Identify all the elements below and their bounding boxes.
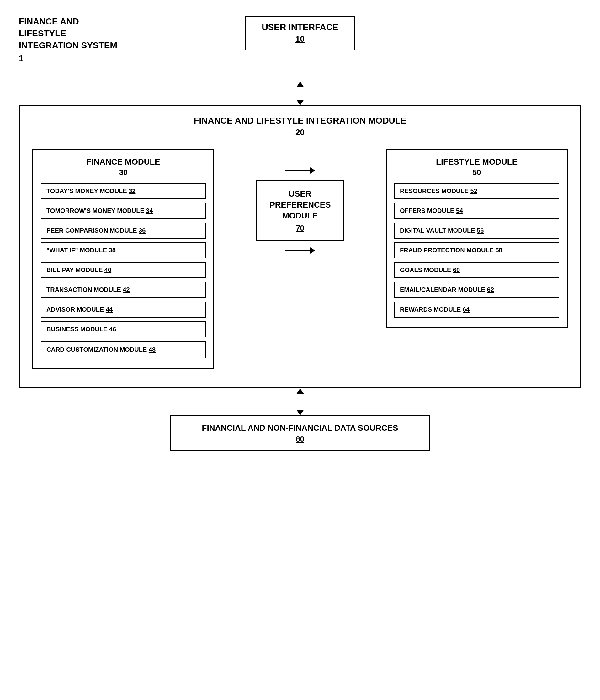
user-pref-number: 70 — [270, 224, 331, 233]
lifestyle-item-5: EMAIL/CALENDAR MODULE 62 — [394, 282, 559, 298]
finance-module-title: FINANCE MODULE — [41, 157, 206, 167]
lifestyle-item-6: REWARDS MODULE 64 — [394, 302, 559, 318]
system-label: FINANCE AND LIFESTYLE INTEGRATION SYSTEM… — [19, 12, 125, 63]
finance-to-prefs-arrow — [227, 167, 373, 174]
lifestyle-module-box: LIFESTYLE MODULE 50 RESOURCES MODULE 52 … — [386, 149, 568, 328]
module-to-data-arrow — [296, 389, 304, 415]
integration-module-number: 20 — [32, 128, 568, 137]
finance-item-7: BUSINESS MODULE 46 — [41, 321, 206, 337]
finance-item-4: BILL PAY MODULE 40 — [41, 262, 206, 278]
finance-item-5: TRANSACTION MODULE 42 — [41, 282, 206, 298]
lifestyle-module-number: 50 — [394, 168, 559, 177]
prefs-to-lifestyle-arrow — [227, 247, 373, 254]
lifestyle-item-0: RESOURCES MODULE 52 — [394, 183, 559, 199]
lifestyle-module-title: LIFESTYLE MODULE — [394, 157, 559, 167]
integration-module-title: FINANCE AND LIFESTYLE INTEGRATION MODULE — [32, 116, 568, 126]
ui-title: USER INTERFACE — [262, 22, 338, 32]
data-sources-box: FINANCIAL AND NON-FINANCIAL DATA SOURCES… — [170, 415, 431, 451]
finance-item-6: ADVISOR MODULE 44 — [41, 302, 206, 318]
user-pref-title: USER PREFERENCES MODULE — [270, 189, 331, 221]
finance-module-number: 30 — [41, 168, 206, 177]
lifestyle-item-4: GOALS MODULE 60 — [394, 262, 559, 278]
finance-item-8: CARD CUSTOMIZATION MODULE 48 — [41, 341, 206, 358]
integration-module-box: FINANCE AND LIFESTYLE INTEGRATION MODULE… — [19, 105, 581, 389]
user-preferences-box: USER PREFERENCES MODULE 70 — [256, 180, 344, 241]
ui-number: 10 — [262, 34, 338, 44]
finance-item-3: "WHAT IF" MODULE 38 — [41, 242, 206, 258]
finance-module-box: FINANCE MODULE 30 TODAY'S MONEY MODULE 3… — [32, 149, 214, 369]
lifestyle-item-2: DIGITAL VAULT MODULE 56 — [394, 223, 559, 239]
diagram: FINANCE AND LIFESTYLE INTEGRATION SYSTEM… — [19, 12, 581, 470]
system-number: 1 — [19, 54, 125, 63]
lifestyle-item-1: OFFERS MODULE 54 — [394, 203, 559, 219]
system-title: FINANCE AND LIFESTYLE INTEGRATION SYSTEM — [19, 16, 125, 51]
finance-item-0: TODAY'S MONEY MODULE 32 — [41, 183, 206, 199]
ui-box: USER INTERFACE 10 — [245, 16, 355, 50]
data-sources-title: FINANCIAL AND NON-FINANCIAL DATA SOURCES — [202, 423, 398, 433]
ui-down-arrow — [296, 81, 304, 105]
lifestyle-item-3: FRAUD PROTECTION MODULE 58 — [394, 242, 559, 258]
finance-item-1: TOMORROW'S MONEY MODULE 34 — [41, 203, 206, 219]
finance-item-2: PEER COMPARISON MODULE 36 — [41, 223, 206, 239]
data-sources-number: 80 — [202, 435, 398, 444]
